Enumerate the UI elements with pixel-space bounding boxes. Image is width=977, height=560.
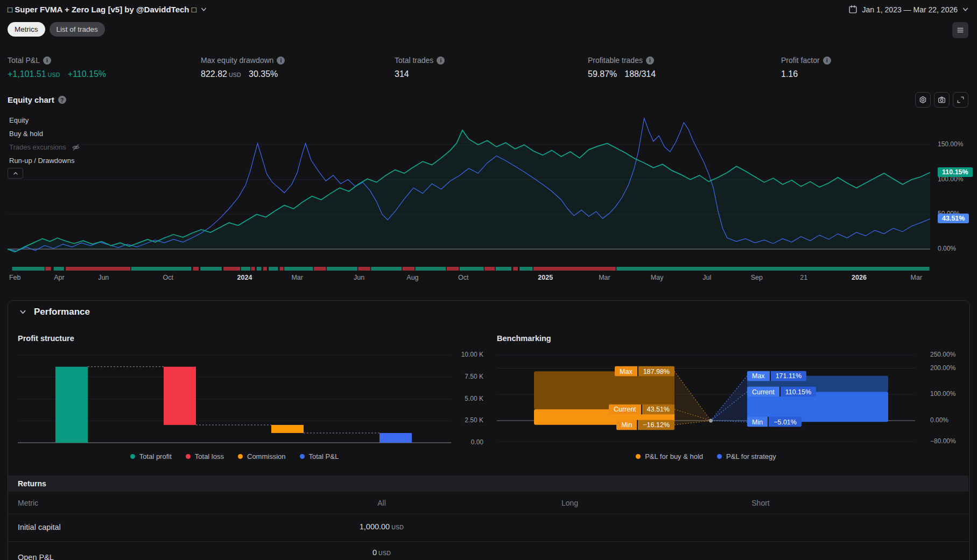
- legend-label: Run-up / Drawdowns: [9, 157, 74, 165]
- profit-y-tick: 2.50 K: [455, 416, 483, 424]
- benchmark-chip-current: Current43.51%: [609, 404, 674, 414]
- metric-label: Total trades: [395, 56, 433, 65]
- metric-profit-factor: Profit factori 1.16: [781, 56, 831, 79]
- legend-item-commission[interactable]: Commission: [238, 452, 286, 460]
- trade-result-segment: [193, 267, 199, 271]
- gear-icon: [919, 96, 927, 104]
- metric-label: Total P&L: [8, 56, 40, 65]
- trade-result-segment: [358, 267, 370, 271]
- legend-item-total-profit[interactable]: Total profit: [130, 452, 172, 460]
- equity-x-tick: 21: [800, 274, 807, 281]
- trade-result-segment: [416, 267, 446, 271]
- legend-equity[interactable]: Equity: [8, 116, 30, 125]
- trade-result-segment: [12, 267, 45, 271]
- equity-x-tick: Oct: [458, 274, 468, 281]
- legend-item-pnl-strategy[interactable]: P&L for strategy: [717, 452, 776, 460]
- legend-label: Equity: [9, 116, 29, 124]
- legend-trades-excursions[interactable]: Trades excursions: [8, 143, 82, 152]
- equity-x-tick: Sep: [751, 274, 763, 281]
- metric-label: Max equity drawdown: [201, 56, 273, 65]
- equity-x-tick: 2025: [538, 274, 553, 281]
- legend-dot: [300, 454, 305, 459]
- info-icon[interactable]: i: [646, 56, 654, 65]
- fullscreen-button[interactable]: [953, 92, 968, 108]
- row-divider: [8, 514, 968, 514]
- date-range-picker[interactable]: Jan 1, 2023 — Mar 22, 2026: [848, 5, 968, 14]
- equity-x-tick: May: [651, 274, 664, 281]
- chip-value: 187.98%: [637, 366, 674, 377]
- trade-result-segment: [257, 267, 262, 271]
- calendar-icon: [848, 5, 857, 14]
- legend-dot: [186, 454, 191, 459]
- legend-item-pnl-buy-hold[interactable]: P&L for buy & hold: [636, 452, 703, 460]
- benchmark-chip-min: Min−16.12%: [616, 420, 674, 430]
- column-header-long: Long: [476, 499, 664, 507]
- trade-result-segment: [403, 267, 414, 271]
- info-icon[interactable]: i: [437, 56, 445, 65]
- trade-result-segment: [327, 267, 357, 271]
- info-icon[interactable]: i: [277, 56, 285, 65]
- chip-name: Min: [616, 420, 637, 430]
- info-icon[interactable]: i: [43, 56, 51, 65]
- help-icon[interactable]: ?: [58, 96, 66, 104]
- trade-result-segment: [241, 267, 250, 271]
- trade-result-segment: [314, 267, 326, 271]
- trade-result-segment: [54, 267, 64, 271]
- equity-line: [8, 130, 930, 252]
- chevron-up-icon: [13, 171, 18, 176]
- equity-area-fill: [8, 130, 930, 252]
- chip-value: 43.51%: [641, 404, 674, 414]
- date-range-text: Jan 1, 2023 — Mar 22, 2026: [862, 5, 958, 14]
- info-icon[interactable]: i: [823, 56, 831, 65]
- equity-y-tick: 0.00%: [938, 245, 956, 252]
- tab-metrics[interactable]: Metrics: [8, 22, 45, 37]
- report-tabs: Metrics List of trades: [8, 22, 105, 37]
- equity-chart-title: Equity chart: [8, 95, 54, 104]
- performance-section-header[interactable]: Performance: [19, 307, 90, 317]
- legend-item-total-pnl[interactable]: Total P&L: [300, 452, 339, 460]
- column-header-metric: Metric: [18, 499, 38, 507]
- camera-icon: [938, 96, 946, 104]
- metric-value: 822.82: [201, 69, 227, 79]
- report-layout-button[interactable]: [952, 22, 968, 38]
- equity-x-tick: Oct: [163, 274, 173, 281]
- equity-x-tick: 2024: [237, 274, 252, 281]
- trade-result-segment: [280, 267, 284, 271]
- chip-name: Current: [747, 387, 779, 397]
- metric-extra: 188/314: [624, 69, 656, 79]
- chart-snapshot-button[interactable]: [934, 92, 950, 108]
- trade-result-segment: [45, 267, 51, 271]
- list-layout-icon: [956, 26, 965, 34]
- row-divider: [8, 541, 968, 542]
- legend-runup-drawdowns[interactable]: Run-up / Drawdowns: [8, 156, 76, 165]
- chevron-down-icon: [19, 309, 26, 315]
- chip-name: Max: [747, 371, 770, 381]
- metric-value: 1.16: [781, 69, 798, 79]
- legend-dot: [717, 454, 722, 459]
- collapse-legend-button[interactable]: [8, 168, 23, 179]
- legend-dot: [130, 454, 135, 459]
- performance-title: Performance: [34, 307, 90, 317]
- chevron-down-icon: [962, 6, 968, 12]
- legend-item-total-loss[interactable]: Total loss: [186, 452, 224, 460]
- row-open-pnl-label: Open P&L: [18, 553, 54, 560]
- legend-buy-hold[interactable]: Buy & hold: [8, 129, 45, 138]
- profit-y-tick: 0.00: [455, 438, 483, 446]
- trade-result-segment: [66, 267, 130, 271]
- equity-x-tick: Apr: [54, 274, 64, 281]
- buy-hold-line: [8, 118, 930, 251]
- metric-label: Profitable trades: [588, 56, 643, 65]
- chart-settings-button[interactable]: [915, 92, 931, 108]
- row-open-pnl-value: 0USD: [287, 548, 476, 557]
- strategy-title-row[interactable]: □ Super FVMA + Zero Lag [v5] by @DaviddT…: [8, 5, 207, 14]
- strategy-title[interactable]: □ Super FVMA + Zero Lag [v5] by @DaviddT…: [8, 5, 196, 14]
- chevron-down-icon[interactable]: [201, 6, 207, 12]
- trade-result-segment: [269, 267, 278, 271]
- tab-list-of-trades[interactable]: List of trades: [50, 22, 105, 37]
- trade-result-segment: [223, 267, 240, 271]
- profit-y-tick: 5.00 K: [455, 395, 483, 402]
- benchmark-chip-max: Max187.98%: [615, 366, 674, 377]
- equity-x-tick: Jul: [702, 274, 711, 281]
- chip-value: 110.15%: [779, 387, 816, 397]
- chip-name: Min: [747, 417, 768, 427]
